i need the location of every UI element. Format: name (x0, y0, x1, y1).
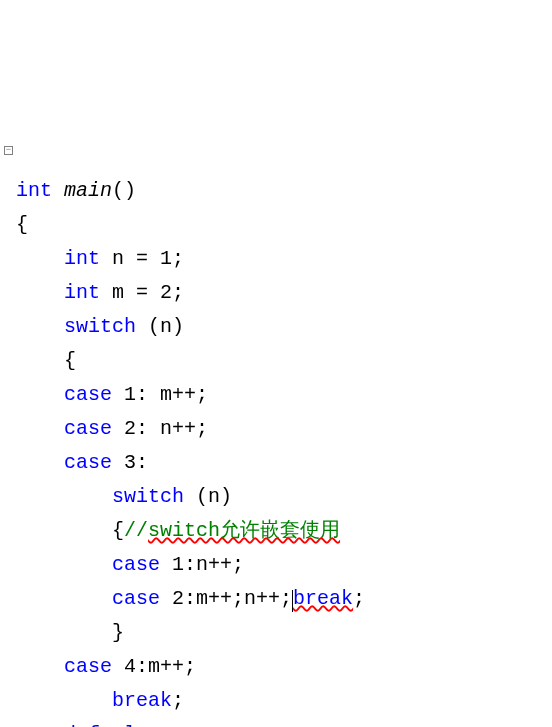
keyword-case: case (112, 587, 160, 610)
code-line-11: {//switch允许嵌套使用 (4, 519, 340, 542)
code-line-7: case 1: m++; (4, 383, 208, 406)
code-line-6: { (4, 349, 76, 372)
code-line-2: { (4, 213, 28, 236)
code-line-14: } (4, 621, 124, 644)
text-cursor-icon (292, 590, 293, 612)
keyword-case: case (64, 383, 112, 406)
text: () (112, 179, 136, 202)
code-line-10: switch (n) (4, 485, 232, 508)
keyword-switch: switch (64, 315, 136, 338)
function-main: main (64, 179, 112, 202)
keyword-break: break (293, 587, 353, 610)
fold-minus-icon[interactable]: − (4, 146, 13, 155)
keyword-case: case (64, 655, 112, 678)
keyword-int: int (16, 179, 52, 202)
code-line-16: break; (4, 689, 184, 712)
code-line-4: int m = 2; (4, 281, 184, 304)
keyword-switch: switch (112, 485, 184, 508)
keyword-int: int (64, 247, 100, 270)
code-line-12: case 1:n++; (4, 553, 244, 576)
code-line-3: int n = 1; (4, 247, 184, 270)
keyword-default: default (64, 723, 148, 727)
code-line-9: case 3: (4, 451, 148, 474)
comment: //switch允许嵌套使用 (124, 519, 340, 542)
keyword-case: case (64, 417, 112, 440)
keyword-case: case (64, 451, 112, 474)
keyword-break: break (112, 689, 172, 712)
code-line-1: int main() (4, 179, 136, 202)
code-line-5: switch (n) (4, 315, 184, 338)
code-line-8: case 2: n++; (4, 417, 208, 440)
code-line-13: case 2:m++;n++;break; (4, 587, 365, 610)
keyword-case: case (112, 553, 160, 576)
code-line-15: case 4:m++; (4, 655, 196, 678)
code-line-17: default: (4, 723, 160, 727)
code-editor[interactable]: − int main() { int n = 1; int m = 2; swi… (4, 140, 552, 727)
keyword-int: int (64, 281, 100, 304)
